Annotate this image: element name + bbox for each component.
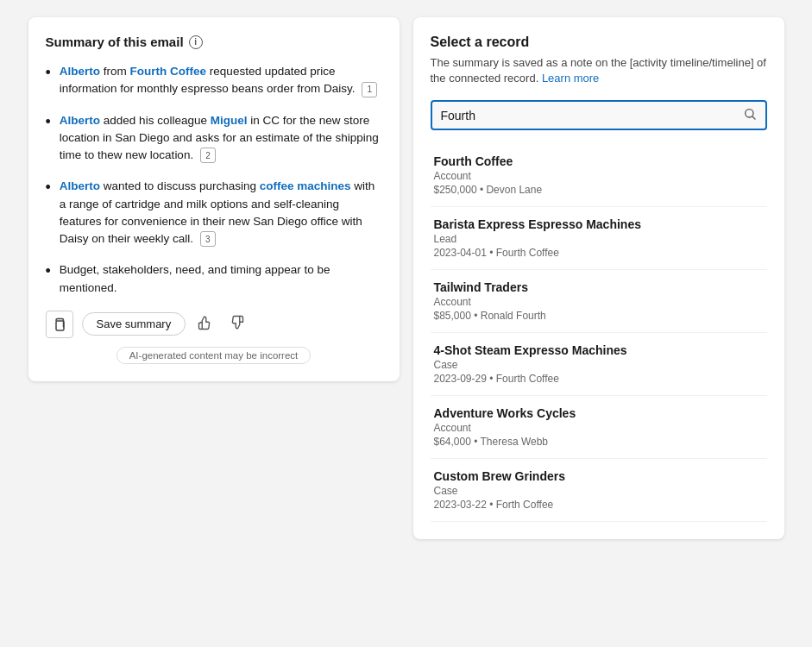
record-name: Adventure Works Cycles (434, 406, 764, 420)
badge-3: 3 (200, 231, 216, 247)
panel-title-text: Summary of this email (46, 35, 184, 49)
record-meta: $85,000 • Ronald Fourth (434, 310, 764, 322)
actions-row: Save summary (46, 311, 382, 338)
link-coffee-machines[interactable]: coffee machines (260, 179, 351, 192)
list-item: • Alberto from Fourth Coffee requested u… (46, 63, 382, 98)
list-item[interactable]: Custom Brew Grinders Case 2023-03-22 • F… (431, 459, 767, 522)
right-description: The summary is saved as a note on the [a… (431, 55, 767, 86)
record-list: Fourth Coffee Account $250,000 • Devon L… (431, 144, 767, 522)
record-meta: 2023-04-01 • Fourth Coffee (434, 247, 764, 259)
thumbdown-button[interactable] (225, 311, 248, 337)
record-type: Case (434, 359, 764, 371)
list-item[interactable]: Adventure Works Cycles Account $64,000 •… (431, 396, 767, 459)
record-name: Custom Brew Grinders (434, 469, 764, 483)
summary-text-4: Budget, stakeholders, need, and timing a… (60, 261, 382, 297)
search-icon (743, 107, 757, 123)
record-name: Fourth Coffee (434, 154, 764, 168)
search-input[interactable] (441, 109, 743, 122)
link-alberto-3[interactable]: Alberto (60, 179, 100, 192)
info-icon[interactable]: i (189, 35, 203, 49)
right-title: Select a record (431, 35, 767, 50)
thumbup-button[interactable] (194, 311, 217, 337)
thumbdown-icon (229, 315, 244, 330)
record-meta: $64,000 • Theresa Webb (434, 436, 764, 448)
list-item[interactable]: Fourth Coffee Account $250,000 • Devon L… (431, 144, 767, 207)
record-type: Account (434, 422, 764, 434)
thumbup-icon (198, 315, 213, 330)
bullet-3: • (46, 178, 51, 248)
summary-text-3: Alberto wanted to discuss purchasing cof… (60, 178, 382, 248)
right-panel: Select a record The summary is saved as … (413, 17, 784, 539)
ai-notice-text: AI-generated content may be incorrect (116, 347, 312, 364)
summary-list: • Alberto from Fourth Coffee requested u… (46, 63, 382, 297)
record-type: Account (434, 296, 764, 308)
record-name: Barista Express Espresso Machines (434, 217, 764, 231)
record-type: Account (434, 170, 764, 182)
list-item: • Alberto added his colleague Miguel in … (46, 112, 382, 165)
svg-rect-0 (56, 321, 64, 330)
link-alberto-1[interactable]: Alberto (60, 65, 100, 78)
left-panel: Summary of this email i • Alberto from F… (28, 17, 400, 381)
badge-2: 2 (200, 148, 216, 163)
record-name: 4-Shot Steam Expresso Machines (434, 343, 764, 357)
link-fourth-coffee[interactable]: Fourth Coffee (130, 65, 207, 78)
list-item[interactable]: Barista Express Espresso Machines Lead 2… (431, 207, 767, 270)
bullet-2: • (46, 112, 51, 165)
bullet-4: • (46, 261, 51, 297)
record-type: Lead (434, 233, 764, 245)
save-summary-button[interactable]: Save summary (82, 312, 186, 336)
record-name: Tailwind Traders (434, 280, 764, 294)
panel-title: Summary of this email i (46, 35, 382, 49)
badge-1: 1 (362, 82, 377, 97)
record-meta: 2023-03-22 • Forth Coffee (434, 499, 764, 511)
link-alberto-2[interactable]: Alberto (60, 114, 100, 127)
list-item: • Alberto wanted to discuss purchasing c… (46, 178, 382, 248)
list-item[interactable]: 4-Shot Steam Expresso Machines Case 2023… (431, 333, 767, 396)
record-meta: $250,000 • Devon Lane (434, 184, 764, 196)
link-miguel[interactable]: Miguel (211, 114, 248, 127)
bullet-1: • (46, 63, 51, 98)
list-item[interactable]: Tailwind Traders Account $85,000 • Ronal… (431, 270, 767, 333)
summary-text-2: Alberto added his colleague Miguel in CC… (60, 112, 382, 165)
copy-icon (53, 317, 66, 331)
learn-more-link[interactable]: Learn more (542, 72, 599, 85)
summary-text-1: Alberto from Fourth Coffee requested upd… (60, 63, 382, 98)
record-meta: 2023-09-29 • Fourth Coffee (434, 373, 764, 385)
list-item: • Budget, stakeholders, need, and timing… (46, 261, 382, 297)
ai-notice: AI-generated content may be incorrect (46, 347, 382, 364)
search-box[interactable] (431, 100, 767, 130)
record-type: Case (434, 485, 764, 497)
copy-button[interactable] (46, 311, 73, 338)
